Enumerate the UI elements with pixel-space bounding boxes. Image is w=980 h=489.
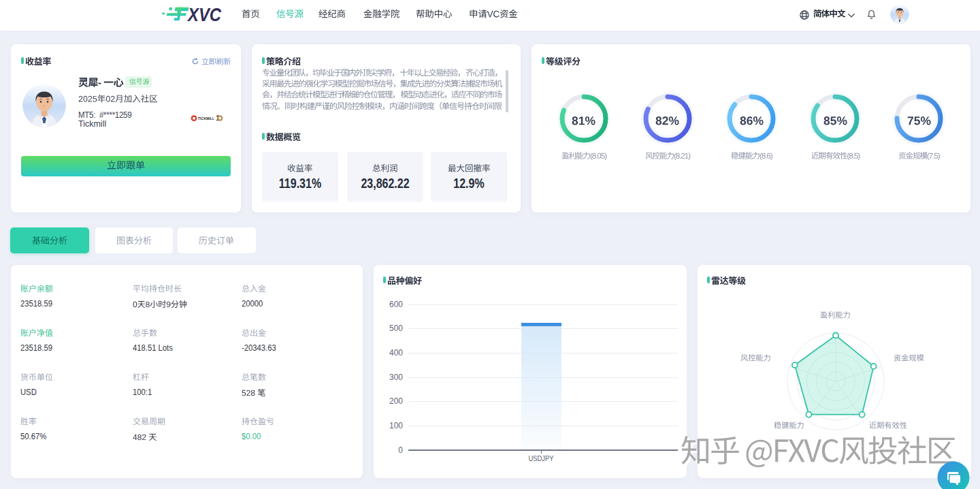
- svg-text:TICKMILL: TICKMILL: [198, 117, 214, 121]
- svg-text:XVC: XVC: [186, 4, 222, 25]
